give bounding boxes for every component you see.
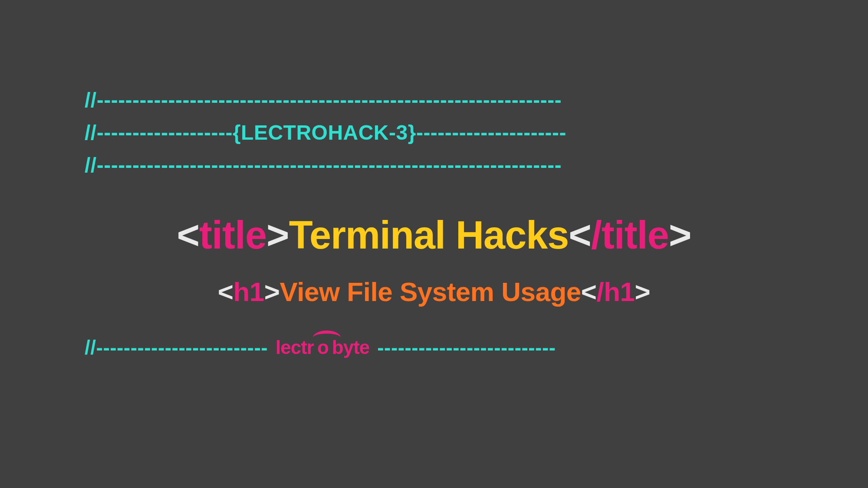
subtitle-line: <h1>View File System Usage</h1>: [85, 278, 783, 305]
slide: //--------------------------------------…: [0, 0, 868, 488]
title-text: Terminal Hacks: [289, 213, 569, 257]
footer-line: //------------------------- lectrobyte -…: [85, 336, 783, 359]
slide-content: //--------------------------------------…: [85, 89, 783, 359]
footer-tail-dashes: --------------------------: [377, 336, 556, 359]
logo-swoosh-o: o: [314, 337, 332, 358]
title-angle-close: <: [569, 213, 591, 257]
title-angle-open: <: [177, 213, 200, 257]
comment-rule-top: //--------------------------------------…: [85, 89, 783, 112]
comment-title-post: ---------------------: [416, 121, 566, 144]
lectrohack-badge: {LECTROHACK-3}: [233, 121, 416, 144]
comment-title-line: //-------------------{LECTROHACK-3}-----…: [85, 121, 783, 144]
footer-lead-dashes: //-------------------------: [85, 336, 268, 359]
title-gt-1: >: [266, 213, 289, 257]
comment-title-pre: //-------------------: [85, 121, 233, 144]
h1-angle-close: <: [581, 277, 597, 307]
lectrobyte-logo: lectrobyte: [268, 337, 377, 358]
title-line: <title>Terminal Hacks</title>: [85, 216, 783, 255]
title-slash: /: [591, 213, 602, 257]
h1-tag-open: h1: [233, 277, 264, 307]
comment-rule-bottom: //--------------------------------------…: [85, 154, 783, 177]
h1-angle-open: <: [218, 277, 233, 307]
h1-slash: /: [597, 277, 604, 307]
title-gt-2: >: [669, 213, 691, 257]
h1-gt-1: >: [264, 277, 280, 307]
title-tag-close: title: [602, 213, 669, 257]
logo-pre: lectr: [276, 337, 314, 358]
logo-post: byte: [332, 337, 369, 358]
h1-tag-close: h1: [604, 277, 635, 307]
h1-gt-2: >: [635, 277, 651, 307]
h1-text: View File System Usage: [279, 277, 581, 307]
title-tag-open: title: [199, 213, 266, 257]
